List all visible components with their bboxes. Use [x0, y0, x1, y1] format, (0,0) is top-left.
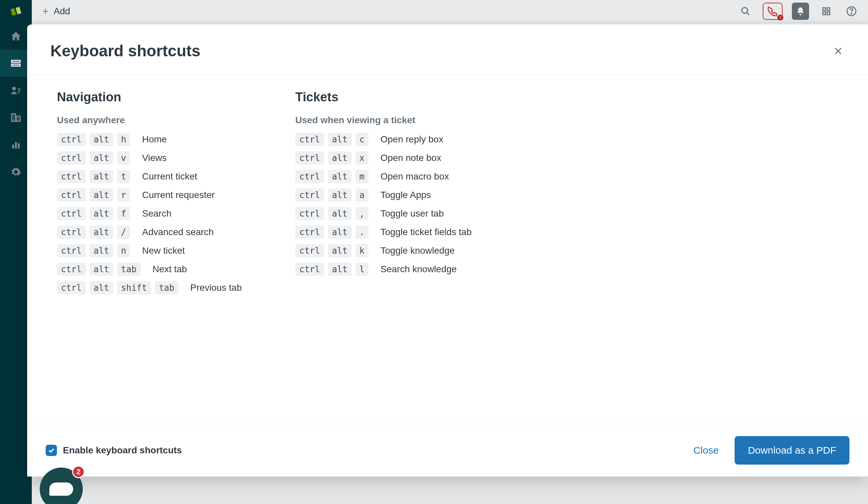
key-alt: alt	[328, 151, 352, 165]
shortcut-list: ctrlalthHomectrlaltvViewsctrlalttCurrent…	[57, 133, 256, 295]
key-m: m	[355, 170, 369, 183]
checkbox-label: Enable keyboard shortcuts	[63, 445, 182, 456]
chat-unread-badge: 2	[72, 465, 85, 478]
shortcut-description: Next tab	[153, 264, 187, 275]
shortcut-row: ctrlalttabNext tab	[57, 263, 256, 276]
key-ctrl: ctrl	[295, 133, 324, 146]
footer-actions: Close Download as a PDF	[694, 436, 850, 465]
shortcut-description: Previous tab	[190, 282, 242, 293]
shortcut-row: ctrlaltvViews	[57, 151, 256, 165]
key-alt: alt	[90, 244, 113, 257]
shortcut-description: Open reply box	[380, 134, 443, 145]
shortcut-row: ctrlaltkToggle knowledge	[295, 244, 494, 257]
section-title: Tickets	[295, 90, 494, 104]
key-alt: alt	[90, 151, 113, 165]
modal-header: Keyboard shortcuts	[27, 24, 868, 75]
key-tab: tab	[155, 281, 178, 295]
key-l: l	[355, 263, 369, 276]
download-pdf-button[interactable]: Download as a PDF	[735, 436, 849, 465]
shortcut-description: Advanced search	[142, 227, 214, 237]
shortcut-row: ctrlalthHome	[57, 133, 256, 146]
key-alt: alt	[328, 207, 352, 220]
key-ctrl: ctrl	[57, 244, 86, 257]
shortcut-description: Toggle knowledge	[380, 245, 455, 256]
shortcut-description: New ticket	[142, 245, 185, 256]
close-icon	[833, 46, 843, 56]
chat-icon	[49, 483, 73, 496]
key-v: v	[117, 151, 131, 165]
key-h: h	[117, 133, 131, 146]
navigation-section: Navigation Used anywhere ctrlalthHomectr…	[57, 90, 256, 424]
key-c: c	[355, 133, 369, 146]
shortcut-description: Current ticket	[142, 171, 197, 182]
key-alt: alt	[90, 188, 113, 202]
shortcut-row: ctrlaltlSearch knowledge	[295, 263, 494, 276]
close-link[interactable]: Close	[694, 445, 719, 456]
key-.: .	[355, 226, 369, 239]
key-shift: shift	[117, 281, 151, 295]
modal-footer: Enable keyboard shortcuts Close Download…	[27, 424, 868, 476]
key-n: n	[117, 244, 131, 257]
shortcut-description: Views	[142, 153, 166, 163]
key-ctrl: ctrl	[295, 170, 324, 183]
key-alt: alt	[328, 170, 352, 183]
key-ctrl: ctrl	[295, 188, 324, 202]
key-ctrl: ctrl	[57, 281, 86, 295]
shortcut-description: Toggle Apps	[380, 190, 431, 200]
section-subtitle: Used anywhere	[57, 115, 256, 125]
key-/: /	[117, 226, 131, 239]
close-button[interactable]	[831, 44, 845, 58]
keyboard-shortcuts-modal: Keyboard shortcuts Navigation Used anywh…	[27, 24, 868, 476]
key-ctrl: ctrl	[295, 151, 324, 165]
key-alt: alt	[328, 263, 352, 276]
key-alt: alt	[328, 188, 352, 202]
key-ctrl: ctrl	[57, 207, 86, 220]
modal-title: Keyboard shortcuts	[50, 42, 200, 60]
shortcut-description: Open macro box	[380, 171, 449, 182]
key-ctrl: ctrl	[295, 244, 324, 257]
shortcut-row: ctrlalttCurrent ticket	[57, 170, 256, 183]
key-ctrl: ctrl	[57, 151, 86, 165]
key-a: a	[355, 188, 369, 202]
shortcut-description: Open note box	[380, 153, 441, 163]
key-alt: alt	[328, 244, 352, 257]
key-ctrl: ctrl	[57, 263, 86, 276]
key-x: x	[355, 151, 369, 165]
shortcut-row: ctrlalt.Toggle ticket fields tab	[295, 226, 494, 239]
shortcut-row: ctrlaltnNew ticket	[57, 244, 256, 257]
shortcut-row: ctrlaltfSearch	[57, 207, 256, 220]
shortcut-list: ctrlaltcOpen reply boxctrlaltxOpen note …	[295, 133, 494, 276]
key-alt: alt	[328, 133, 352, 146]
key-alt: alt	[90, 207, 113, 220]
key-f: f	[117, 207, 131, 220]
key-alt: alt	[90, 170, 113, 183]
shortcut-description: Search	[142, 208, 172, 219]
shortcut-row: ctrlaltxOpen note box	[295, 151, 494, 165]
section-title: Navigation	[57, 90, 256, 104]
shortcut-description: Toggle ticket fields tab	[380, 227, 472, 237]
key-ctrl: ctrl	[57, 170, 86, 183]
shortcut-row: ctrlaltcOpen reply box	[295, 133, 494, 146]
shortcut-row: ctrlaltrCurrent requester	[57, 188, 256, 202]
shortcut-row: ctrlalt/Advanced search	[57, 226, 256, 239]
shortcut-row: ctrlaltaToggle Apps	[295, 188, 494, 202]
shortcut-row: ctrlaltshifttabPrevious tab	[57, 281, 256, 295]
shortcut-description: Current requester	[142, 190, 215, 200]
shortcut-description: Home	[142, 134, 167, 145]
key-k: k	[355, 244, 369, 257]
key-ctrl: ctrl	[295, 207, 324, 220]
modal-body: Navigation Used anywhere ctrlalthHomectr…	[27, 75, 868, 424]
checkbox-icon	[46, 445, 57, 456]
key-tab: tab	[117, 263, 141, 276]
section-subtitle: Used when viewing a ticket	[295, 115, 494, 125]
shortcut-row: ctrlaltmOpen macro box	[295, 170, 494, 183]
key-ctrl: ctrl	[57, 188, 86, 202]
key-alt: alt	[90, 133, 113, 146]
tickets-section: Tickets Used when viewing a ticket ctrla…	[295, 90, 494, 424]
key-ctrl: ctrl	[57, 133, 86, 146]
key-ctrl: ctrl	[57, 226, 86, 239]
enable-shortcuts-checkbox[interactable]: Enable keyboard shortcuts	[46, 445, 182, 456]
shortcut-description: Toggle user tab	[380, 208, 444, 219]
key-alt: alt	[90, 263, 113, 276]
key-,: ,	[355, 207, 369, 220]
